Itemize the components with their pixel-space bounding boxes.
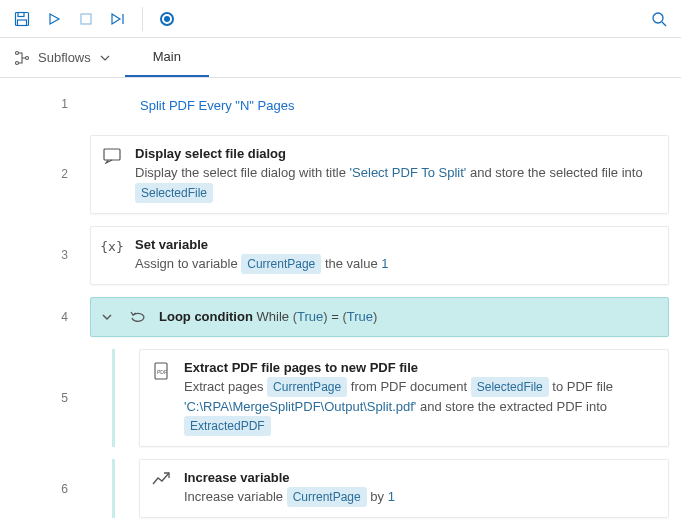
action-display-select-file-dialog[interactable]: Display select file dialog Display the s… <box>90 135 669 214</box>
search-button[interactable] <box>645 5 673 33</box>
search-icon <box>651 11 667 27</box>
line-number: 3 <box>0 220 90 291</box>
toolbar-right-group <box>645 5 673 33</box>
literal-number: 1 <box>381 256 388 271</box>
top-toolbar <box>0 0 681 38</box>
subflows-icon <box>14 50 30 66</box>
action-loop-condition[interactable]: Loop condition While (True) = (True) <box>90 297 669 337</box>
chevron-down-icon <box>101 311 113 323</box>
action-description: Extract pages CurrentPage from PDF docum… <box>184 377 656 437</box>
svg-rect-2 <box>18 20 27 26</box>
loop-body-indent: PDF Extract PDF file pages to new PDF fi… <box>112 349 669 448</box>
loop-condition-text: While (True) = (True) <box>257 309 378 324</box>
increase-icon <box>152 472 170 486</box>
svg-point-10 <box>16 61 19 64</box>
action-set-variable[interactable]: {x} Set variable Assign to variable Curr… <box>90 226 669 285</box>
svg-line-8 <box>662 22 666 26</box>
flow-row: 1 Split PDF Every "N" Pages <box>0 78 681 129</box>
action-description: Increase variable CurrentPage by 1 <box>184 487 656 507</box>
action-extract-pdf-pages[interactable]: PDF Extract PDF file pages to new PDF fi… <box>139 349 669 448</box>
line-number: 5 <box>0 343 90 454</box>
flow-row: 5 PDF Extract PDF file pages to new PDF … <box>0 343 681 454</box>
loop-body-indent: Increase variable Increase variable Curr… <box>112 459 669 518</box>
svg-marker-3 <box>50 14 59 24</box>
svg-point-11 <box>26 56 29 59</box>
variable-chip-extractedpdf: ExtractedPDF <box>184 416 271 436</box>
subflow-tabbar: Subflows Main <box>0 38 681 78</box>
save-icon <box>14 11 30 27</box>
svg-point-7 <box>653 13 663 23</box>
toolbar-separator <box>142 7 143 31</box>
line-number: 2 <box>0 129 90 220</box>
flow-row: 6 Increase variable Increase variable Cu… <box>0 453 681 524</box>
save-button[interactable] <box>8 5 36 33</box>
line-number: 6 <box>0 453 90 524</box>
toolbar-left-group <box>8 5 181 33</box>
line-number: 4 <box>0 291 90 343</box>
action-title: Loop condition <box>159 309 253 324</box>
record-icon <box>160 12 174 26</box>
literal-dialog-title: 'Select PDF To Split' <box>350 165 467 180</box>
flow-row: 3 {x} Set variable Assign to variable Cu… <box>0 220 681 291</box>
action-title: Increase variable <box>184 470 656 485</box>
pdf-icon: PDF <box>152 362 170 380</box>
subflows-label: Subflows <box>38 50 91 65</box>
variable-icon: {x} <box>100 239 123 254</box>
literal-number: 1 <box>388 489 395 504</box>
run-button[interactable] <box>40 5 68 33</box>
tab-main-label: Main <box>153 49 181 64</box>
variable-chip-selectedfile: SelectedFile <box>471 377 549 397</box>
literal-filepath: 'C:\RPA\MergeSplitPDF\Output\Split.pdf' <box>184 399 416 414</box>
action-title: Extract PDF file pages to new PDF file <box>184 360 656 375</box>
action-title: Set variable <box>135 237 656 252</box>
action-title: Display select file dialog <box>135 146 656 161</box>
flow-canvas: 1 Split PDF Every "N" Pages 2 Display se… <box>0 78 681 524</box>
subflows-dropdown[interactable]: Subflows <box>0 38 125 77</box>
variable-chip-currentpage: CurrentPage <box>287 487 367 507</box>
flow-row: 4 Loop condition While (True) = (True) <box>0 291 681 343</box>
svg-marker-5 <box>112 14 120 24</box>
action-description: Assign to variable CurrentPage the value… <box>135 254 656 274</box>
flow-title[interactable]: Split PDF Every "N" Pages <box>90 84 669 123</box>
step-icon <box>110 12 126 26</box>
action-description: Display the select file dialog with titl… <box>135 163 656 203</box>
variable-chip-selectedfile: SelectedFile <box>135 183 213 203</box>
dialog-icon <box>103 148 121 164</box>
record-button[interactable] <box>153 5 181 33</box>
variable-chip-currentpage: CurrentPage <box>267 377 347 397</box>
stop-icon <box>80 13 92 25</box>
svg-point-9 <box>16 51 19 54</box>
svg-rect-12 <box>104 149 120 160</box>
collapse-toggle[interactable] <box>101 311 113 323</box>
step-button[interactable] <box>104 5 132 33</box>
tab-main[interactable]: Main <box>125 38 209 77</box>
svg-rect-4 <box>81 14 91 24</box>
loop-icon <box>129 310 147 326</box>
play-icon <box>47 12 61 26</box>
stop-button[interactable] <box>72 5 100 33</box>
chevron-down-icon <box>99 52 111 64</box>
action-increase-variable[interactable]: Increase variable Increase variable Curr… <box>139 459 669 518</box>
svg-rect-1 <box>18 12 24 16</box>
line-number: 1 <box>0 78 90 129</box>
svg-text:PDF: PDF <box>157 369 167 375</box>
variable-chip-currentpage: CurrentPage <box>241 254 321 274</box>
flow-row: 2 Display select file dialog Display the… <box>0 129 681 220</box>
